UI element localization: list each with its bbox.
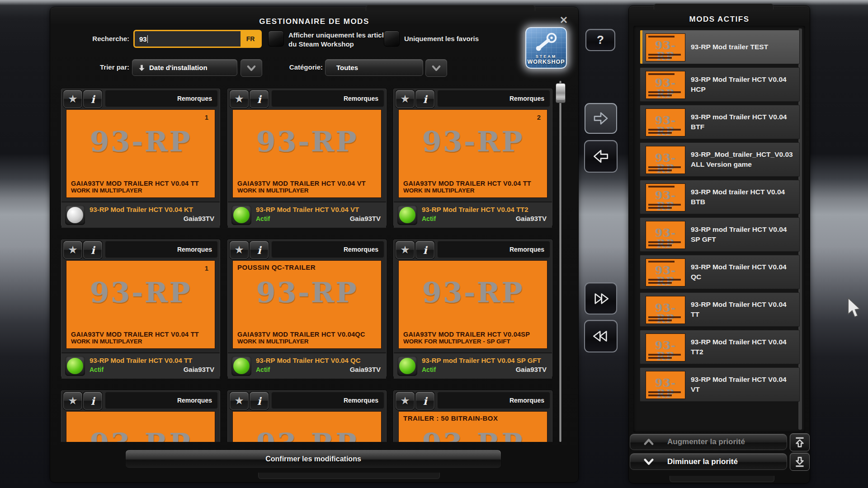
favorite-star-icon[interactable]: ★: [230, 90, 249, 108]
move-to-bottom-button[interactable]: [790, 453, 810, 471]
steam-workshop-button[interactable]: STEAM WORKSHOP: [525, 27, 567, 69]
favorite-star-icon[interactable]: ★: [396, 90, 415, 108]
card-category-label: Remorques: [177, 246, 212, 253]
favorite-star-icon[interactable]: ★: [396, 241, 415, 259]
mod-active-orb-frame: [397, 356, 417, 376]
active-mod-item[interactable]: 93-RP 93-RP mod Trailer HCT V0.04 BTF: [640, 105, 800, 139]
active-mod-item[interactable]: 93-RP 93-RP_Mod_trailer_HCT_V0.03 ALL Ve…: [640, 142, 800, 177]
activate-mod-button[interactable]: [585, 103, 617, 134]
card-image-lines: GAIA93TV MOD TRAILER HCT V0.04 VT WORK I…: [233, 180, 381, 197]
favorite-star-icon[interactable]: ★: [230, 392, 249, 410]
deactivate-all-button[interactable]: [584, 320, 618, 352]
active-mod-label: 93-RP Mod Trailer HCT V0.04 TT: [691, 300, 795, 320]
card-image-logo: 93-RP: [66, 430, 215, 442]
confirm-changes-button[interactable]: Confirmer les modifications: [125, 450, 501, 469]
active-mod-item[interactable]: 93-RP 93-RP Mod Trailer HCT V0.04 TT: [640, 292, 800, 327]
info-icon[interactable]: i: [83, 241, 102, 259]
active-mod-item[interactable]: 93-RP 93-RP Mod trailer HCT V0.04 BTB: [640, 180, 800, 214]
arrow-to-top-icon: [793, 436, 807, 449]
favorite-star-icon[interactable]: ★: [230, 241, 249, 259]
info-icon[interactable]: i: [415, 90, 434, 108]
favorites-only-checkbox[interactable]: [384, 31, 400, 47]
deactivate-mod-button[interactable]: [584, 140, 618, 173]
rewind-icon: [590, 327, 611, 346]
active-mod-item[interactable]: 93-RP 93-RP Mod Trailer HCT V0.04 HCP: [640, 67, 800, 102]
favorite-star-icon[interactable]: ★: [396, 392, 415, 410]
info-icon[interactable]: i: [250, 241, 269, 259]
mod-name: 93-RP Mod Trailer HCT V0.04 TT2: [422, 206, 547, 213]
category-expand-button[interactable]: [425, 59, 447, 77]
thumb-micro-line1: [648, 54, 681, 56]
mod-status: Actif: [256, 215, 270, 222]
favorite-star-icon[interactable]: ★: [63, 241, 82, 259]
activate-all-button[interactable]: [585, 282, 617, 314]
scrollbar-track[interactable]: [559, 81, 561, 442]
card-image-logo: 93-RP: [399, 128, 547, 156]
card-caption: 93-RP Mod Trailer HCT V0.04 TT2 Actif Ga…: [394, 202, 552, 228]
mod-card[interactable]: ★ i Remorques 93-RP GAIA93TV MOD TRAILER…: [393, 89, 552, 226]
raise-priority-button[interactable]: Augmenter la priorité: [630, 434, 787, 450]
active-mod-label: 93-RP_Mod_trailer_HCT_V0.03 ALL Version …: [691, 150, 795, 170]
sort-dropdown[interactable]: Date d'installation: [132, 59, 237, 76]
sort-label: Trier par:: [75, 63, 129, 71]
card-image-line1: GAIA93TV MOD TRAILER HCT V0.04 VT: [237, 180, 377, 187]
window-drag-handle-top[interactable]: [366, 5, 535, 11]
text-caret: [147, 35, 148, 43]
mod-manager-window: GESTIONNAIRE DE MODS ✕ Recherche: 93 FR …: [50, 7, 579, 483]
info-icon[interactable]: i: [250, 90, 269, 108]
favorite-star-icon[interactable]: ★: [63, 392, 82, 410]
favorite-star-icon[interactable]: ★: [63, 90, 82, 108]
selection-stripe: [640, 293, 642, 326]
mod-thumbnail: 93-RP GAIA93TV MOD TRAILER HCT V0.04 TT …: [398, 109, 547, 198]
help-button[interactable]: ?: [585, 29, 615, 51]
info-icon[interactable]: i: [415, 392, 434, 410]
active-mod-item[interactable]: 93-RP 93-RP Mod trailer TEST: [640, 30, 800, 64]
card-image-logo: 93-RP: [233, 279, 381, 307]
scrollbar-thumb[interactable]: [556, 83, 566, 103]
window-drag-handle-bottom[interactable]: [258, 473, 440, 479]
active-mod-thumbnail: 93-RP: [646, 33, 685, 61]
mod-card[interactable]: ★ i Remorques 93-RP: [227, 390, 387, 442]
arrow-right-icon: [590, 109, 611, 128]
info-icon[interactable]: i: [415, 241, 434, 259]
thumb-micro-line2: [648, 357, 672, 359]
card-category-label: Remorques: [344, 246, 378, 253]
active-mod-item[interactable]: 93-RP 93-RP mod Trailer HCT V0.04 SP GFT: [640, 217, 800, 252]
thumb-micro-topline: [648, 261, 675, 263]
category-dropdown[interactable]: Toutes: [325, 59, 423, 76]
panel-drag-handle-bottom[interactable]: [670, 476, 774, 482]
card-image-top-text: [66, 110, 215, 122]
active-mod-item[interactable]: 93-RP 93-RP Mod Trailer HCT V0.04 VT: [640, 367, 800, 402]
search-input[interactable]: 93 FR: [133, 30, 262, 48]
mod-card[interactable]: ★ i Remorques 93-RP: [61, 390, 220, 442]
mod-card[interactable]: ★ i Remorques 93-RP GAIA93TV MOD TRAILER…: [61, 239, 220, 377]
mod-author: Gaia93TV: [350, 366, 381, 373]
mod-thumbnail: 93-RP: [232, 411, 382, 442]
thumb-micro-line2: [648, 132, 672, 134]
mod-card[interactable]: ★ i Remorques TRAILER : 50 BITRAIN-BOX 9…: [393, 390, 552, 442]
mod-card[interactable]: ★ i Remorques 93-RP GAIA93TV MOD TRAILER…: [227, 89, 387, 226]
panel-drag-handle-top[interactable]: [654, 4, 774, 9]
mod-active-orb: [67, 358, 83, 374]
workshop-only-checkbox[interactable]: [268, 31, 284, 47]
chevron-down-icon: [245, 64, 257, 73]
move-to-top-button[interactable]: [790, 433, 810, 451]
mod-card[interactable]: ★ i Remorques 93-RP GAIA93TV MOD TRAILER…: [61, 89, 220, 226]
thumb-micro-line2: [648, 282, 672, 284]
active-mod-item[interactable]: 93-RP 93-RP Mod Trailer HCT V0.04 TT2: [640, 330, 800, 364]
card-image-lines: GAIA93TV MOD TRAILER HCT V0.04 TT WORK I…: [399, 180, 547, 197]
mod-thumbnail: 93-RP GAIA93TV MOD TRAILER HCT V0.04 TT …: [66, 109, 215, 198]
mod-card[interactable]: ★ i Remorques POUSSIN QC-TRAILER 93-RP G…: [227, 239, 387, 377]
close-icon[interactable]: ✕: [556, 13, 572, 28]
active-mod-item[interactable]: 93-RP 93-RP Mod Trailer HCT V0.04 QC: [640, 255, 800, 289]
sort-expand-button[interactable]: [241, 59, 262, 77]
mod-card[interactable]: ★ i Remorques 93-RP GAIA93TV MOD TRAILER…: [393, 239, 552, 377]
selection-stripe: [640, 105, 642, 139]
fast-forward-icon: [590, 289, 611, 308]
info-icon[interactable]: i: [83, 392, 102, 410]
info-icon[interactable]: i: [83, 90, 102, 108]
mod-author: Gaia93TV: [516, 366, 547, 373]
lower-priority-button[interactable]: Diminuer la priorité: [630, 453, 787, 470]
selection-stripe: [640, 255, 642, 289]
info-icon[interactable]: i: [250, 392, 269, 410]
